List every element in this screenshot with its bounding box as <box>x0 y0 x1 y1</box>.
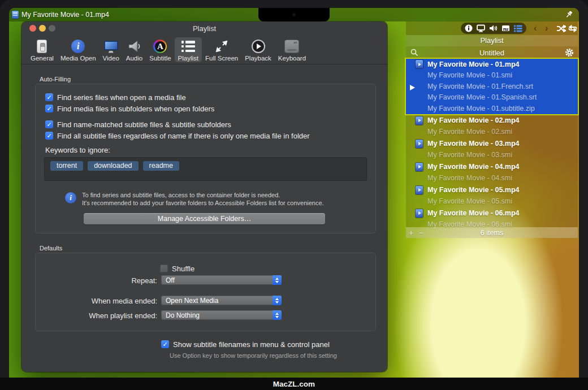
watermark-bar: MacZL.com <box>0 378 588 390</box>
media-file-icon <box>416 209 423 218</box>
panel-title: Playlist <box>406 35 578 46</box>
option-key-icon <box>284 39 299 54</box>
list-item[interactable]: My Favorite Movie - 01.Spanish.srt <box>406 92 578 103</box>
camera-dot <box>292 13 296 16</box>
find-media-subfolders-checkbox-row[interactable]: Find media files in subfolders when open… <box>45 104 214 113</box>
toolbar-item-media-open[interactable]: i Media Open <box>57 37 100 62</box>
defaults-section-label: Defaults <box>40 245 62 252</box>
checkbox-checked-icon[interactable] <box>45 132 53 140</box>
item-count: 6 items <box>406 229 578 237</box>
find-name-matched-checkbox-row[interactable]: Find name-matched subtitle files & subti… <box>45 120 231 129</box>
watermark-text: MacZL.com <box>273 380 315 388</box>
toolbar-item-playback[interactable]: Playback <box>241 37 275 62</box>
playlist-group[interactable]: My Favorite Movie - 06.mp4 My Favorite M… <box>406 208 578 230</box>
toolbar-item-audio[interactable]: Audio <box>123 37 146 62</box>
option-key-note: Use Option key to show temporarily regar… <box>170 352 337 359</box>
toolbar-item-playlist[interactable]: Playlist <box>175 37 202 62</box>
volume-icon[interactable] <box>489 24 498 32</box>
playlist-group-selected[interactable]: My Favorite Movie - 01.mp4 My Favorite M… <box>406 59 578 114</box>
playlist-view-icon[interactable] <box>514 25 522 32</box>
macbook-frame: My Favorite Movie - 01.mp4 Playlist <box>0 0 588 390</box>
list-item[interactable]: My Favorite Movie - 05.smi <box>406 196 578 207</box>
list-item[interactable]: My Favorite Movie - 06.mp4 <box>406 208 578 219</box>
media-file-icon <box>416 60 423 68</box>
list-item[interactable]: My Favorite Movie - 05.mp4 <box>406 185 578 196</box>
toolbar-item-keyboard[interactable]: Keyboard <box>275 37 309 62</box>
media-file-icon <box>416 116 423 125</box>
list-item[interactable]: My Favorite Movie - 02.smi <box>406 126 578 137</box>
repeat-icon[interactable] <box>568 24 577 34</box>
list-item[interactable]: My Favorite Movie - 01.French.srt <box>406 81 578 92</box>
list-item[interactable]: My Favorite Movie - 01.mp4 <box>406 59 578 70</box>
toolbar-item-subtitle[interactable]: A Subtitle <box>146 37 174 62</box>
panel-search-bar[interactable]: Untitled <box>406 46 578 59</box>
now-playing-marker-icon <box>410 85 415 90</box>
subtitle-panel-icon[interactable] <box>501 24 510 32</box>
checkbox-checked-icon[interactable] <box>45 105 53 112</box>
toolbar-item-video[interactable]: Video <box>100 37 123 62</box>
panel-control-bar: ‹ › <box>406 21 578 35</box>
playlist-group[interactable]: My Favorite Movie - 05.mp4 My Favorite M… <box>406 185 578 207</box>
auto-filling-section-label: Auto-Filling <box>40 76 71 83</box>
player-window-title: My Favorite Movie - 01.mp4 <box>21 11 109 19</box>
shuffle-icon[interactable] <box>556 24 566 34</box>
light-switch-icon <box>34 39 49 54</box>
checkbox-checked-icon[interactable] <box>45 120 53 128</box>
playlist-name[interactable]: Untitled <box>406 49 578 57</box>
preferences-window: Playlist General i Media Open Video <box>21 21 387 372</box>
playlist-group[interactable]: My Favorite Movie - 04.mp4 My Favorite M… <box>406 162 578 184</box>
playlist-ended-select[interactable]: Do Nothing <box>161 310 282 320</box>
pin-icon[interactable] <box>564 10 573 19</box>
keywords-label: Keywords to ignore: <box>45 146 110 154</box>
preferences-title: Playlist <box>21 24 387 33</box>
playlist-group[interactable]: My Favorite Movie - 03.mp4 My Favorite M… <box>406 138 578 161</box>
preferences-toolbar: General i Media Open Video <box>21 35 387 64</box>
list-item[interactable]: My Favorite Movie - 04.smi <box>406 172 578 184</box>
stepper-icon <box>273 310 282 320</box>
keyword-tag[interactable]: downloaded <box>88 161 138 171</box>
keyword-tag[interactable]: readme <box>143 161 179 171</box>
find-all-subtitle-checkbox-row[interactable]: Find all subtitle files regardless of na… <box>45 131 310 140</box>
list-item[interactable]: My Favorite Movie - 04.mp4 <box>406 162 578 173</box>
find-series-checkbox-row[interactable]: Find series files when open a media file <box>45 93 186 102</box>
list-item[interactable]: My Favorite Movie - 01.subtitle.zip <box>406 103 578 114</box>
list-item[interactable]: My Favorite Movie - 03.mp4 <box>406 138 578 150</box>
accessible-folders-note: To find series and subtitle files, acces… <box>82 191 324 207</box>
speaker-icon <box>127 39 142 54</box>
gear-icon[interactable] <box>565 48 574 59</box>
list-item[interactable]: My Favorite Movie - 03.smi <box>406 149 578 161</box>
view-switcher <box>461 23 526 34</box>
playlist-group[interactable]: My Favorite Movie - 02.mp4 My Favorite M… <box>406 115 578 137</box>
stepper-icon <box>273 296 282 305</box>
media-file-icon <box>416 186 423 194</box>
toolbar-item-full-screen[interactable]: Full Screen <box>202 37 241 62</box>
subtitle-color-icon: A <box>153 39 167 54</box>
display-icon[interactable] <box>477 24 485 32</box>
checkbox-checked-icon[interactable] <box>45 93 53 101</box>
repeat-select[interactable]: Off <box>161 275 282 285</box>
show-subtitle-filenames-row[interactable]: Show subtitle filenames in menu & contro… <box>161 340 330 349</box>
keywords-box[interactable]: torrent downloaded readme <box>44 157 367 181</box>
list-item[interactable]: My Favorite Movie - 02.mp4 <box>406 115 578 127</box>
list-icon <box>181 39 196 54</box>
media-ended-label: When media ended: <box>44 297 157 305</box>
keyword-tag[interactable]: torrent <box>50 161 83 171</box>
media-file-icon <box>416 140 423 148</box>
media-file-icon <box>416 163 423 171</box>
info-icon: i <box>65 192 76 203</box>
checkbox-checked-icon[interactable] <box>161 340 169 348</box>
toolbar-item-general[interactable]: General <box>27 37 57 62</box>
next-chevron-icon[interactable]: › <box>545 23 548 33</box>
preferences-titlebar[interactable]: Playlist <box>21 21 387 35</box>
manage-accessible-folders-button[interactable]: Manage Accessible Folders… <box>84 213 325 224</box>
info-icon[interactable] <box>465 24 473 32</box>
monitor-icon <box>103 39 118 54</box>
checkbox-unchecked-icon[interactable] <box>160 265 168 272</box>
document-proxy-icon <box>12 11 19 19</box>
prev-chevron-icon[interactable]: ‹ <box>534 23 537 33</box>
list-item[interactable]: My Favorite Movie - 01.smi <box>406 70 578 81</box>
playlist-panel: ‹ › Playlist Untitled <box>406 21 578 238</box>
media-ended-select[interactable]: Open Next Media <box>161 296 282 305</box>
desktop-wallpaper: My Favorite Movie - 01.mp4 Playlist <box>9 8 579 378</box>
shuffle-checkbox-row[interactable]: Shuffle <box>160 264 194 273</box>
